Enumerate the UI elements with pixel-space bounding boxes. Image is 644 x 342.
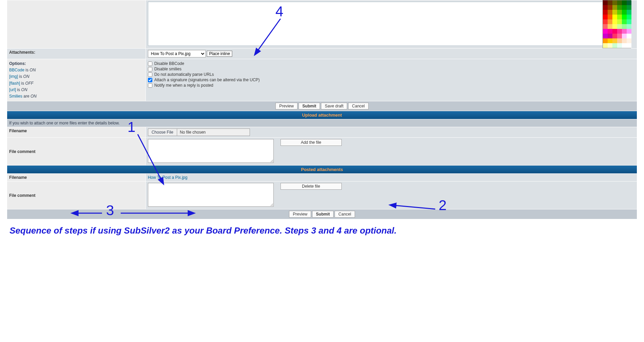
palette-swatch[interactable] bbox=[622, 0, 627, 5]
posted-comment-cell: Delete file bbox=[146, 182, 637, 209]
palette-swatch[interactable] bbox=[608, 15, 612, 19]
options-checkboxes-cell: Disable BBCodeDisable smiliesDo not auto… bbox=[146, 59, 637, 101]
palette-swatch[interactable] bbox=[603, 29, 608, 34]
palette-swatch[interactable] bbox=[627, 38, 631, 43]
message-label-cell bbox=[7, 0, 146, 49]
palette-swatch[interactable] bbox=[612, 19, 617, 24]
palette-swatch[interactable] bbox=[608, 19, 612, 24]
palette-swatch[interactable] bbox=[603, 19, 608, 24]
preview-button-bottom[interactable]: Preview bbox=[289, 211, 311, 218]
cancel-button-top[interactable]: Cancel bbox=[348, 103, 368, 109]
palette-swatch[interactable] bbox=[622, 19, 627, 24]
palette-swatch[interactable] bbox=[627, 10, 631, 15]
palette-swatch[interactable] bbox=[627, 34, 631, 38]
palette-swatch[interactable] bbox=[603, 5, 608, 10]
option-checkbox[interactable] bbox=[148, 83, 152, 88]
attachment-select[interactable]: How To Post a Pix.jpg bbox=[148, 50, 206, 57]
palette-swatch[interactable] bbox=[617, 15, 622, 19]
top-button-row: Preview Submit Save draft Cancel bbox=[7, 101, 637, 111]
palette-swatch[interactable] bbox=[617, 24, 622, 29]
palette-swatch[interactable] bbox=[603, 15, 608, 19]
option-checkbox-row[interactable]: Disable BBCode bbox=[148, 61, 635, 66]
palette-swatch[interactable] bbox=[603, 0, 608, 5]
upload-comment-label: File comment bbox=[7, 138, 146, 166]
option-checkbox-row[interactable]: Attach a signature (signatures can be al… bbox=[148, 78, 635, 82]
option-checkbox-row[interactable]: Notify me when a reply is posted bbox=[148, 83, 635, 88]
option-checkbox[interactable] bbox=[148, 72, 152, 77]
delete-file-button[interactable]: Delete file bbox=[281, 183, 342, 190]
palette-swatch[interactable] bbox=[608, 34, 612, 38]
palette-swatch[interactable] bbox=[617, 38, 622, 43]
palette-swatch[interactable] bbox=[617, 43, 622, 48]
palette-swatch[interactable] bbox=[612, 24, 617, 29]
palette-swatch[interactable] bbox=[617, 0, 622, 5]
palette-swatch[interactable] bbox=[608, 5, 612, 10]
palette-swatch[interactable] bbox=[612, 29, 617, 34]
palette-swatch[interactable] bbox=[612, 5, 617, 10]
palette-swatch[interactable] bbox=[617, 29, 622, 34]
palette-swatch[interactable] bbox=[627, 19, 631, 24]
palette-swatch[interactable] bbox=[608, 29, 612, 34]
palette-swatch[interactable] bbox=[627, 15, 631, 19]
palette-swatch[interactable] bbox=[627, 5, 631, 10]
palette-swatch[interactable] bbox=[603, 10, 608, 15]
palette-swatch[interactable] bbox=[612, 34, 617, 38]
place-inline-button[interactable]: Place inline bbox=[207, 51, 232, 57]
option-checkbox-row[interactable]: Do not automatically parse URLs bbox=[148, 72, 635, 77]
palette-swatch[interactable] bbox=[627, 0, 631, 5]
palette-swatch[interactable] bbox=[622, 10, 627, 15]
palette-swatch[interactable] bbox=[627, 24, 631, 29]
palette-swatch[interactable] bbox=[608, 10, 612, 15]
palette-swatch[interactable] bbox=[603, 38, 608, 43]
palette-swatch[interactable] bbox=[612, 38, 617, 43]
palette-swatch[interactable] bbox=[612, 0, 617, 5]
option-checkbox[interactable] bbox=[148, 67, 152, 71]
bottom-button-row: Preview Submit Cancel bbox=[7, 209, 637, 219]
save-draft-button[interactable]: Save draft bbox=[321, 103, 347, 109]
choose-file-button[interactable]: Choose File bbox=[148, 129, 177, 136]
palette-swatch[interactable] bbox=[622, 38, 627, 43]
option-checkbox[interactable] bbox=[148, 78, 152, 82]
palette-swatch[interactable] bbox=[622, 29, 627, 34]
palette-swatch[interactable] bbox=[608, 43, 612, 48]
compose-table: Attachments: How To Post a Pix.jpg Place… bbox=[7, 0, 637, 219]
posted-filename-link[interactable]: How To Post a Pix.jpg bbox=[148, 175, 188, 180]
preview-button-top[interactable]: Preview bbox=[275, 103, 298, 109]
add-file-button[interactable]: Add the file bbox=[281, 139, 342, 146]
submit-button-top[interactable]: Submit bbox=[299, 103, 320, 109]
palette-swatch[interactable] bbox=[603, 34, 608, 38]
color-palette[interactable] bbox=[603, 0, 631, 48]
palette-swatch[interactable] bbox=[617, 19, 622, 24]
option-checkbox-row[interactable]: Disable smilies bbox=[148, 67, 635, 71]
palette-swatch[interactable] bbox=[608, 0, 612, 5]
palette-swatch[interactable] bbox=[622, 34, 627, 38]
palette-swatch[interactable] bbox=[617, 34, 622, 38]
palette-swatch[interactable] bbox=[627, 43, 631, 48]
palette-swatch[interactable] bbox=[622, 24, 627, 29]
palette-swatch[interactable] bbox=[617, 10, 622, 15]
palette-swatch[interactable] bbox=[622, 15, 627, 19]
palette-swatch[interactable] bbox=[627, 29, 631, 34]
option-state: ON bbox=[31, 94, 37, 99]
file-input[interactable]: Choose File No file chosen bbox=[148, 129, 250, 136]
palette-swatch[interactable] bbox=[622, 43, 627, 48]
option-checkbox[interactable] bbox=[148, 62, 152, 66]
palette-swatch[interactable] bbox=[612, 43, 617, 48]
upload-comment-textarea[interactable] bbox=[148, 139, 274, 163]
palette-swatch[interactable] bbox=[612, 10, 617, 15]
cancel-button-bottom[interactable]: Cancel bbox=[335, 211, 355, 218]
palette-swatch[interactable] bbox=[622, 5, 627, 10]
message-textarea[interactable] bbox=[148, 2, 630, 46]
posted-filename-label: Filename bbox=[7, 174, 146, 182]
palette-swatch[interactable] bbox=[603, 43, 608, 48]
posted-filename-cell: How To Post a Pix.jpg bbox=[146, 174, 637, 182]
palette-swatch[interactable] bbox=[603, 24, 608, 29]
palette-swatch[interactable] bbox=[608, 24, 612, 29]
palette-swatch[interactable] bbox=[608, 38, 612, 43]
upload-filename-cell: Choose File No file chosen bbox=[146, 127, 637, 138]
option-tag: [flash] bbox=[9, 81, 20, 86]
posted-comment-textarea[interactable] bbox=[148, 183, 274, 207]
palette-swatch[interactable] bbox=[617, 5, 622, 10]
submit-button-bottom[interactable]: Submit bbox=[312, 211, 334, 218]
palette-swatch[interactable] bbox=[612, 15, 617, 19]
